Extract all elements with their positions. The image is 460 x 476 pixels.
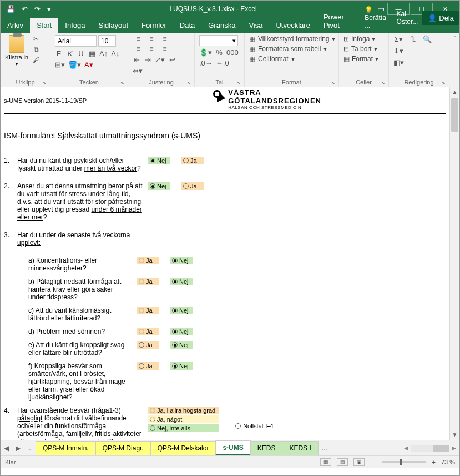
sheet-tab-keds[interactable]: KEDS bbox=[250, 441, 283, 455]
share-button[interactable]: 👤 Dela bbox=[422, 11, 459, 25]
clear-icon[interactable]: ◧▾ bbox=[393, 58, 403, 67]
view-normal-icon[interactable]: ▦ bbox=[320, 458, 331, 466]
scroll-down-icon[interactable]: ▼ bbox=[450, 430, 459, 440]
q1-option-nej[interactable]: Nej bbox=[148, 157, 170, 164]
align-right-icon[interactable]: ≡ bbox=[159, 45, 170, 53]
align-left-icon[interactable]: ≡ bbox=[133, 45, 144, 53]
sheet-nav-next[interactable]: ▶ bbox=[12, 444, 24, 452]
tab-data[interactable]: Data bbox=[173, 18, 201, 33]
tab-start[interactable]: Start bbox=[30, 18, 58, 33]
increase-font-icon[interactable]: A↑ bbox=[99, 49, 108, 58]
number-format-dropdown[interactable]: ▾ bbox=[199, 35, 238, 46]
q4-option-3[interactable]: Nej, inte alls bbox=[148, 424, 219, 432]
tab-arkiv[interactable]: Arkiv bbox=[1, 18, 30, 33]
q3b-option-nej[interactable]: Nej bbox=[170, 278, 193, 285]
q3a-option-ja[interactable]: Ja bbox=[137, 257, 159, 264]
q3f-option-ja[interactable]: Ja bbox=[137, 362, 159, 370]
scroll-up-icon[interactable]: ▲ bbox=[450, 87, 459, 97]
cell-styles-button[interactable]: ▦ Cellformat ▾ bbox=[249, 55, 334, 63]
account-user[interactable]: Kai Öster... bbox=[392, 7, 423, 29]
q3a-option-nej[interactable]: Nej bbox=[170, 257, 193, 264]
horizontal-scrollbar[interactable] bbox=[411, 445, 449, 452]
underline-button[interactable]: U bbox=[77, 49, 85, 58]
insert-cells-button[interactable]: ⊞ Infoga ▾ bbox=[343, 35, 384, 43]
collapse-ribbon-icon[interactable]: ˄ bbox=[449, 33, 459, 87]
find-select-icon[interactable]: 🔍 bbox=[422, 35, 432, 43]
sheet-nav-more[interactable]: ... bbox=[24, 444, 36, 452]
view-page-break-icon[interactable]: ▣ bbox=[353, 458, 365, 466]
copy-icon[interactable]: ⧉ bbox=[32, 46, 41, 53]
zoom-level[interactable]: 73 % bbox=[441, 459, 455, 465]
format-as-table-button[interactable]: ▦ Formatera som tabell ▾ bbox=[249, 45, 334, 53]
q3d-option-nej[interactable]: Nej bbox=[170, 328, 193, 335]
border-button[interactable]: ▦ bbox=[88, 49, 96, 58]
vertical-scrollbar[interactable]: ▲ ▼ bbox=[449, 87, 459, 440]
qat-save[interactable]: 💾 bbox=[6, 5, 15, 13]
comma-format-icon[interactable]: 000 bbox=[226, 48, 239, 57]
sheet-tab-sums[interactable]: s-UMS bbox=[215, 440, 250, 455]
tab-sidlayout[interactable]: Sidlayout bbox=[92, 18, 135, 33]
q3e-option-ja[interactable]: Ja bbox=[137, 341, 159, 349]
q4-reset-button[interactable]: Nollställ F4 bbox=[235, 407, 273, 440]
decrease-font-icon[interactable]: A↓ bbox=[111, 49, 119, 58]
sheet-tabs-overflow[interactable]: ... bbox=[319, 444, 331, 452]
align-middle-icon[interactable]: ≡ bbox=[146, 35, 157, 43]
cut-icon[interactable]: ✂ bbox=[32, 35, 41, 43]
sheet-tab-keds-i[interactable]: KEDS I bbox=[282, 441, 318, 455]
fill-icon[interactable]: ⬇▾ bbox=[393, 47, 403, 55]
scrollbar-thumb[interactable] bbox=[451, 98, 458, 132]
font-color-button[interactable]: A▾ bbox=[84, 61, 93, 69]
orientation-icon[interactable]: ⤢▾ bbox=[155, 56, 165, 64]
tell-me[interactable]: 💡 Berätta ... bbox=[360, 3, 392, 33]
increase-indent-icon[interactable]: ⇥ bbox=[144, 56, 151, 64]
zoom-in-button[interactable]: + bbox=[432, 459, 435, 465]
q3c-option-nej[interactable]: Nej bbox=[170, 307, 193, 314]
decrease-decimal-icon[interactable]: ←.0 bbox=[216, 59, 229, 67]
sheet-tab-qpsm-diagr[interactable]: QPS-M Diagr. bbox=[95, 441, 151, 455]
tab-infoga[interactable]: Infoga bbox=[58, 18, 92, 33]
q3f-option-nej[interactable]: Nej bbox=[170, 362, 193, 370]
conditional-formatting-button[interactable]: ▦ Villkorsstyrd formatering ▾ bbox=[249, 35, 334, 43]
zoom-slider[interactable] bbox=[382, 461, 426, 463]
qat-undo[interactable]: ↶ bbox=[22, 5, 28, 13]
tab-visa[interactable]: Visa bbox=[242, 18, 269, 33]
hscroll-right-icon[interactable]: ▶ bbox=[452, 445, 456, 451]
format-cells-button[interactable]: ▦ Format ▾ bbox=[343, 55, 384, 63]
delete-cells-button[interactable]: ⊟ Ta bort ▾ bbox=[343, 45, 384, 53]
italic-button[interactable]: K bbox=[66, 49, 74, 58]
increase-decimal-icon[interactable]: .0→ bbox=[199, 59, 213, 67]
align-center-icon[interactable]: ≡ bbox=[146, 45, 157, 53]
sheet-tab-qpsm-inmatn[interactable]: QPS-M Inmatn. bbox=[36, 441, 96, 455]
decrease-indent-icon[interactable]: ⇤ bbox=[133, 56, 140, 64]
font-name-input[interactable] bbox=[55, 35, 97, 47]
wrap-text-icon[interactable]: ↩ bbox=[168, 56, 176, 64]
qat-redo[interactable]: ↷ bbox=[34, 5, 41, 13]
sort-filter-icon[interactable]: ⇅ bbox=[408, 35, 418, 43]
hscroll-left-icon[interactable]: ◀ bbox=[404, 445, 408, 451]
zoom-out-button[interactable]: — bbox=[370, 459, 376, 465]
percent-format-icon[interactable]: % bbox=[215, 48, 223, 57]
tab-utvecklare[interactable]: Utvecklare bbox=[269, 18, 316, 33]
q3e-option-nej[interactable]: Nej bbox=[170, 341, 193, 349]
q4-option-2[interactable]: Ja, något bbox=[148, 415, 219, 423]
tab-powerpivot[interactable]: Power Pivot bbox=[317, 9, 360, 33]
format-painter-icon[interactable]: 🖌 bbox=[32, 56, 41, 64]
bold-button[interactable]: F bbox=[55, 49, 63, 58]
q2-option-nej[interactable]: Nej bbox=[148, 182, 170, 190]
paste-button[interactable]: Klistra in ▾ bbox=[5, 35, 28, 67]
accounting-format-icon[interactable]: 💲▾ bbox=[199, 48, 212, 57]
view-page-layout-icon[interactable]: ▤ bbox=[337, 458, 348, 466]
border-dropdown[interactable]: ⊞▾ bbox=[55, 61, 65, 69]
q3c-option-ja[interactable]: Ja bbox=[137, 307, 159, 314]
tab-formler[interactable]: Formler bbox=[135, 18, 173, 33]
autosum-icon[interactable]: Σ▾ bbox=[393, 35, 403, 43]
align-top-icon[interactable]: ≡ bbox=[133, 35, 144, 43]
font-size-input[interactable] bbox=[98, 35, 116, 47]
fill-color-button[interactable]: 🪣▾ bbox=[68, 61, 81, 69]
sheet-tab-qpsm-delskalor[interactable]: QPS-M Delskalor bbox=[150, 441, 216, 455]
q1-option-ja[interactable]: Ja bbox=[181, 157, 204, 164]
q4-option-1[interactable]: Ja, i allra högsta grad bbox=[148, 407, 219, 414]
q3d-option-ja[interactable]: Ja bbox=[137, 328, 159, 335]
qat-more[interactable]: ▾ bbox=[47, 5, 51, 13]
q2-option-ja[interactable]: Ja bbox=[181, 182, 204, 190]
